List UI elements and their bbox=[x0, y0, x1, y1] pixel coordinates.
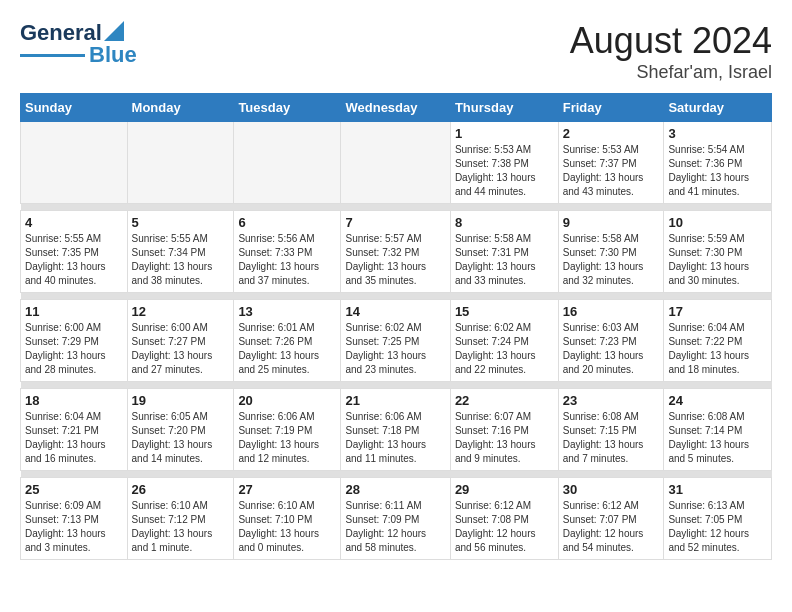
calendar-cell: 31Sunrise: 6:13 AM Sunset: 7:05 PM Dayli… bbox=[664, 478, 772, 560]
calendar-week-row: 1Sunrise: 5:53 AM Sunset: 7:38 PM Daylig… bbox=[21, 122, 772, 204]
title-block: August 2024 Shefar'am, Israel bbox=[570, 20, 772, 83]
calendar-cell bbox=[234, 122, 341, 204]
day-info: Sunrise: 6:09 AM Sunset: 7:13 PM Dayligh… bbox=[25, 499, 123, 555]
header-day: Saturday bbox=[664, 94, 772, 122]
day-info: Sunrise: 6:03 AM Sunset: 7:23 PM Dayligh… bbox=[563, 321, 660, 377]
calendar-week-row: 4Sunrise: 5:55 AM Sunset: 7:35 PM Daylig… bbox=[21, 211, 772, 293]
day-info: Sunrise: 6:10 AM Sunset: 7:12 PM Dayligh… bbox=[132, 499, 230, 555]
day-number: 15 bbox=[455, 304, 554, 319]
calendar-cell: 17Sunrise: 6:04 AM Sunset: 7:22 PM Dayli… bbox=[664, 300, 772, 382]
day-info: Sunrise: 6:07 AM Sunset: 7:16 PM Dayligh… bbox=[455, 410, 554, 466]
spacer-cell bbox=[21, 382, 772, 389]
calendar-cell: 22Sunrise: 6:07 AM Sunset: 7:16 PM Dayli… bbox=[450, 389, 558, 471]
day-number: 9 bbox=[563, 215, 660, 230]
header-day: Wednesday bbox=[341, 94, 450, 122]
calendar-cell: 27Sunrise: 6:10 AM Sunset: 7:10 PM Dayli… bbox=[234, 478, 341, 560]
day-number: 5 bbox=[132, 215, 230, 230]
day-number: 23 bbox=[563, 393, 660, 408]
calendar-cell: 29Sunrise: 6:12 AM Sunset: 7:08 PM Dayli… bbox=[450, 478, 558, 560]
day-info: Sunrise: 6:00 AM Sunset: 7:27 PM Dayligh… bbox=[132, 321, 230, 377]
calendar-cell: 20Sunrise: 6:06 AM Sunset: 7:19 PM Dayli… bbox=[234, 389, 341, 471]
day-info: Sunrise: 5:58 AM Sunset: 7:31 PM Dayligh… bbox=[455, 232, 554, 288]
logo: General Blue bbox=[20, 20, 137, 68]
day-number: 1 bbox=[455, 126, 554, 141]
calendar-cell: 16Sunrise: 6:03 AM Sunset: 7:23 PM Dayli… bbox=[558, 300, 664, 382]
calendar-cell: 4Sunrise: 5:55 AM Sunset: 7:35 PM Daylig… bbox=[21, 211, 128, 293]
day-info: Sunrise: 5:59 AM Sunset: 7:30 PM Dayligh… bbox=[668, 232, 767, 288]
day-number: 4 bbox=[25, 215, 123, 230]
day-number: 22 bbox=[455, 393, 554, 408]
calendar-cell: 26Sunrise: 6:10 AM Sunset: 7:12 PM Dayli… bbox=[127, 478, 234, 560]
calendar-cell: 11Sunrise: 6:00 AM Sunset: 7:29 PM Dayli… bbox=[21, 300, 128, 382]
calendar-cell: 30Sunrise: 6:12 AM Sunset: 7:07 PM Dayli… bbox=[558, 478, 664, 560]
day-number: 20 bbox=[238, 393, 336, 408]
calendar-cell: 21Sunrise: 6:06 AM Sunset: 7:18 PM Dayli… bbox=[341, 389, 450, 471]
week-spacer bbox=[21, 293, 772, 300]
calendar-cell: 15Sunrise: 6:02 AM Sunset: 7:24 PM Dayli… bbox=[450, 300, 558, 382]
header-day: Friday bbox=[558, 94, 664, 122]
day-info: Sunrise: 5:53 AM Sunset: 7:38 PM Dayligh… bbox=[455, 143, 554, 199]
day-info: Sunrise: 6:00 AM Sunset: 7:29 PM Dayligh… bbox=[25, 321, 123, 377]
calendar-cell bbox=[341, 122, 450, 204]
calendar-cell: 24Sunrise: 6:08 AM Sunset: 7:14 PM Dayli… bbox=[664, 389, 772, 471]
day-info: Sunrise: 6:11 AM Sunset: 7:09 PM Dayligh… bbox=[345, 499, 445, 555]
header-day: Tuesday bbox=[234, 94, 341, 122]
main-title: August 2024 bbox=[570, 20, 772, 62]
day-info: Sunrise: 6:08 AM Sunset: 7:14 PM Dayligh… bbox=[668, 410, 767, 466]
day-info: Sunrise: 5:56 AM Sunset: 7:33 PM Dayligh… bbox=[238, 232, 336, 288]
calendar-cell: 6Sunrise: 5:56 AM Sunset: 7:33 PM Daylig… bbox=[234, 211, 341, 293]
day-number: 21 bbox=[345, 393, 445, 408]
logo-icon bbox=[104, 21, 124, 41]
day-number: 10 bbox=[668, 215, 767, 230]
week-spacer bbox=[21, 204, 772, 211]
day-number: 11 bbox=[25, 304, 123, 319]
header-day: Thursday bbox=[450, 94, 558, 122]
calendar-cell: 5Sunrise: 5:55 AM Sunset: 7:34 PM Daylig… bbox=[127, 211, 234, 293]
calendar-cell: 13Sunrise: 6:01 AM Sunset: 7:26 PM Dayli… bbox=[234, 300, 341, 382]
calendar-cell: 9Sunrise: 5:58 AM Sunset: 7:30 PM Daylig… bbox=[558, 211, 664, 293]
day-info: Sunrise: 5:57 AM Sunset: 7:32 PM Dayligh… bbox=[345, 232, 445, 288]
day-number: 17 bbox=[668, 304, 767, 319]
calendar-week-row: 11Sunrise: 6:00 AM Sunset: 7:29 PM Dayli… bbox=[21, 300, 772, 382]
calendar-cell bbox=[127, 122, 234, 204]
subtitle: Shefar'am, Israel bbox=[570, 62, 772, 83]
week-spacer bbox=[21, 471, 772, 478]
day-info: Sunrise: 5:58 AM Sunset: 7:30 PM Dayligh… bbox=[563, 232, 660, 288]
day-number: 2 bbox=[563, 126, 660, 141]
day-info: Sunrise: 6:08 AM Sunset: 7:15 PM Dayligh… bbox=[563, 410, 660, 466]
week-spacer bbox=[21, 382, 772, 389]
day-number: 24 bbox=[668, 393, 767, 408]
calendar-cell bbox=[21, 122, 128, 204]
day-info: Sunrise: 6:12 AM Sunset: 7:07 PM Dayligh… bbox=[563, 499, 660, 555]
day-info: Sunrise: 6:02 AM Sunset: 7:25 PM Dayligh… bbox=[345, 321, 445, 377]
calendar-cell: 23Sunrise: 6:08 AM Sunset: 7:15 PM Dayli… bbox=[558, 389, 664, 471]
calendar-cell: 14Sunrise: 6:02 AM Sunset: 7:25 PM Dayli… bbox=[341, 300, 450, 382]
calendar-table: SundayMondayTuesdayWednesdayThursdayFrid… bbox=[20, 93, 772, 560]
day-number: 8 bbox=[455, 215, 554, 230]
day-number: 6 bbox=[238, 215, 336, 230]
day-number: 29 bbox=[455, 482, 554, 497]
day-number: 13 bbox=[238, 304, 336, 319]
day-number: 3 bbox=[668, 126, 767, 141]
calendar-cell: 12Sunrise: 6:00 AM Sunset: 7:27 PM Dayli… bbox=[127, 300, 234, 382]
calendar-cell: 7Sunrise: 5:57 AM Sunset: 7:32 PM Daylig… bbox=[341, 211, 450, 293]
logo-blue-text: Blue bbox=[89, 42, 137, 68]
day-info: Sunrise: 6:06 AM Sunset: 7:18 PM Dayligh… bbox=[345, 410, 445, 466]
calendar-cell: 25Sunrise: 6:09 AM Sunset: 7:13 PM Dayli… bbox=[21, 478, 128, 560]
day-info: Sunrise: 6:10 AM Sunset: 7:10 PM Dayligh… bbox=[238, 499, 336, 555]
day-info: Sunrise: 6:05 AM Sunset: 7:20 PM Dayligh… bbox=[132, 410, 230, 466]
header-row: SundayMondayTuesdayWednesdayThursdayFrid… bbox=[21, 94, 772, 122]
day-number: 16 bbox=[563, 304, 660, 319]
calendar-cell: 1Sunrise: 5:53 AM Sunset: 7:38 PM Daylig… bbox=[450, 122, 558, 204]
calendar-cell: 10Sunrise: 5:59 AM Sunset: 7:30 PM Dayli… bbox=[664, 211, 772, 293]
calendar-cell: 28Sunrise: 6:11 AM Sunset: 7:09 PM Dayli… bbox=[341, 478, 450, 560]
spacer-cell bbox=[21, 293, 772, 300]
spacer-cell bbox=[21, 471, 772, 478]
calendar-cell: 2Sunrise: 5:53 AM Sunset: 7:37 PM Daylig… bbox=[558, 122, 664, 204]
header-day: Monday bbox=[127, 94, 234, 122]
spacer-cell bbox=[21, 204, 772, 211]
day-info: Sunrise: 6:02 AM Sunset: 7:24 PM Dayligh… bbox=[455, 321, 554, 377]
calendar-week-row: 18Sunrise: 6:04 AM Sunset: 7:21 PM Dayli… bbox=[21, 389, 772, 471]
calendar-cell: 8Sunrise: 5:58 AM Sunset: 7:31 PM Daylig… bbox=[450, 211, 558, 293]
day-number: 12 bbox=[132, 304, 230, 319]
